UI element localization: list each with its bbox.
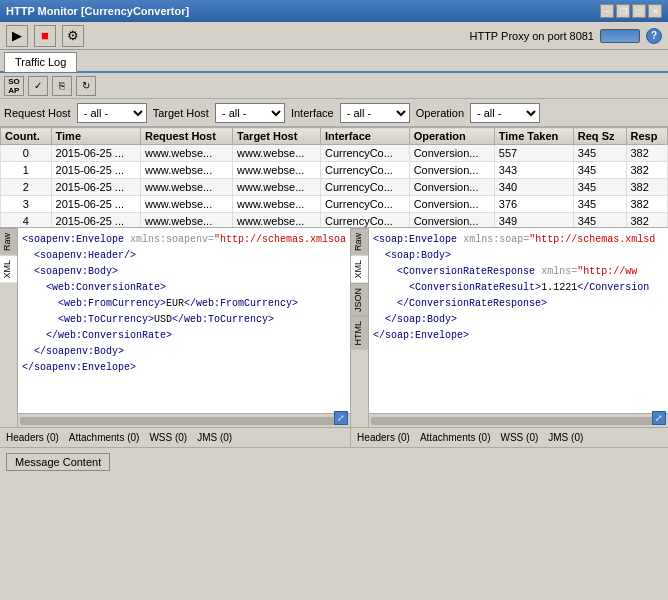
- table-row[interactable]: 32015-06-25 ...www.webse...www.webse...C…: [1, 196, 668, 213]
- soap-button[interactable]: SOAP: [4, 76, 24, 96]
- right-h-scrollbar[interactable]: [369, 413, 668, 427]
- bottom-footer: Message Content: [0, 447, 668, 475]
- right-tab-xml[interactable]: XML: [351, 255, 368, 283]
- proxy-toggle[interactable]: [600, 29, 640, 43]
- target-host-label: Target Host: [153, 107, 209, 119]
- table-cell: CurrencyCo...: [321, 162, 410, 179]
- table-body: 02015-06-25 ...www.webse...www.webse...C…: [1, 145, 668, 228]
- title-bar: HTTP Monitor [CurrencyConvertor] ─ ❐ □ ✕: [0, 0, 668, 22]
- left-tab-xml[interactable]: XML: [0, 255, 17, 283]
- table-cell: www.webse...: [233, 162, 321, 179]
- check-button[interactable]: ✓: [28, 76, 48, 96]
- table-cell: 3: [1, 196, 52, 213]
- right-headers-label[interactable]: Headers (0): [357, 432, 410, 443]
- table-cell: 345: [573, 162, 626, 179]
- col-interface: Interface: [321, 128, 410, 145]
- sub-toolbar: SOAP ✓ ⎘ ↻: [0, 73, 668, 99]
- table-cell: CurrencyCo...: [321, 145, 410, 162]
- restore-button[interactable]: ❐: [616, 4, 630, 18]
- interface-label: Interface: [291, 107, 334, 119]
- play-button[interactable]: ▶: [6, 25, 28, 47]
- col-req-sz: Req Sz: [573, 128, 626, 145]
- tab-bar: Traffic Log: [0, 50, 668, 73]
- right-jms-label[interactable]: JMS (0): [548, 432, 583, 443]
- table-cell: www.webse...: [140, 145, 232, 162]
- request-host-select[interactable]: - all -: [77, 103, 147, 123]
- table-cell: 382: [626, 162, 668, 179]
- left-jms-label[interactable]: JMS (0): [197, 432, 232, 443]
- col-tgt-host: Target Host: [233, 128, 321, 145]
- col-req-host: Request Host: [140, 128, 232, 145]
- right-panel: Raw XML JSON HTML <soap:Envelope xmlns:s…: [351, 228, 668, 447]
- table-row[interactable]: 22015-06-25 ...www.webse...www.webse...C…: [1, 179, 668, 196]
- maximize-button[interactable]: □: [632, 4, 646, 18]
- left-zoom-button[interactable]: ⤢: [334, 411, 348, 425]
- table-cell: 382: [626, 196, 668, 213]
- left-wss-label[interactable]: WSS (0): [149, 432, 187, 443]
- proxy-label: HTTP Proxy on port 8081: [469, 30, 594, 42]
- refresh-button[interactable]: ↻: [76, 76, 96, 96]
- right-zoom-button[interactable]: ⤢: [652, 411, 666, 425]
- table-cell: www.webse...: [233, 179, 321, 196]
- toolbar-left: ▶ ■ ⚙: [6, 25, 84, 47]
- table-cell: Conversion...: [409, 162, 494, 179]
- table-cell: 2015-06-25 ...: [51, 196, 140, 213]
- traffic-table[interactable]: Count. Time Request Host Target Host Int…: [0, 127, 668, 227]
- data-table: Count. Time Request Host Target Host Int…: [0, 127, 668, 227]
- table-row[interactable]: 12015-06-25 ...www.webse...www.webse...C…: [1, 162, 668, 179]
- table-cell: Conversion...: [409, 145, 494, 162]
- table-cell: 2: [1, 179, 52, 196]
- table-cell: CurrencyCo...: [321, 196, 410, 213]
- top-toolbar: ▶ ■ ⚙ HTTP Proxy on port 8081 ?: [0, 22, 668, 50]
- table-header-row: Count. Time Request Host Target Host Int…: [1, 128, 668, 145]
- table-cell: www.webse...: [233, 213, 321, 228]
- right-attachments-label[interactable]: Attachments (0): [420, 432, 491, 443]
- table-cell: 4: [1, 213, 52, 228]
- target-host-select[interactable]: - all -: [215, 103, 285, 123]
- bottom-panels: Raw XML <soapenv:Envelope xmlns:soapenv=…: [0, 227, 668, 447]
- operation-select[interactable]: - all -: [470, 103, 540, 123]
- settings-button[interactable]: ⚙: [62, 25, 84, 47]
- table-cell: 2015-06-25 ...: [51, 145, 140, 162]
- left-side-tabs: Raw XML: [0, 228, 18, 427]
- table-cell: www.webse...: [233, 196, 321, 213]
- right-tab-json[interactable]: JSON: [351, 283, 368, 316]
- left-attachments-label[interactable]: Attachments (0): [69, 432, 140, 443]
- table-cell: 557: [494, 145, 573, 162]
- table-cell: www.webse...: [140, 213, 232, 228]
- table-cell: 382: [626, 179, 668, 196]
- copy-button[interactable]: ⎘: [52, 76, 72, 96]
- table-cell: 345: [573, 213, 626, 228]
- table-cell: www.webse...: [140, 179, 232, 196]
- stop-button[interactable]: ■: [34, 25, 56, 47]
- table-cell: CurrencyCo...: [321, 213, 410, 228]
- interface-select[interactable]: - all -: [340, 103, 410, 123]
- right-panel-inner: <soap:Envelope xmlns:soap="http://schema…: [369, 228, 668, 427]
- right-tab-raw[interactable]: Raw: [351, 228, 368, 255]
- left-panel-layout: Raw XML <soapenv:Envelope xmlns:soapenv=…: [0, 228, 350, 427]
- left-headers-label[interactable]: Headers (0): [6, 432, 59, 443]
- table-row[interactable]: 02015-06-25 ...www.webse...www.webse...C…: [1, 145, 668, 162]
- left-h-scrollbar[interactable]: [18, 413, 350, 427]
- tab-traffic-log[interactable]: Traffic Log: [4, 52, 77, 72]
- table-cell: www.webse...: [233, 145, 321, 162]
- table-cell: 2015-06-25 ...: [51, 213, 140, 228]
- right-side-tabs: Raw XML JSON HTML: [351, 228, 369, 427]
- col-count: Count.: [1, 128, 52, 145]
- left-panel-content: <soapenv:Envelope xmlns:soapenv="http://…: [18, 228, 350, 413]
- message-content-button[interactable]: Message Content: [6, 453, 110, 471]
- table-cell: 343: [494, 162, 573, 179]
- left-tab-raw[interactable]: Raw: [0, 228, 17, 255]
- close-button[interactable]: ✕: [648, 4, 662, 18]
- help-button[interactable]: ?: [646, 28, 662, 44]
- right-tab-html[interactable]: HTML: [351, 316, 368, 350]
- table-cell: 345: [573, 196, 626, 213]
- col-operation: Operation: [409, 128, 494, 145]
- minimize-button[interactable]: ─: [600, 4, 614, 18]
- table-cell: Conversion...: [409, 213, 494, 228]
- table-cell: www.webse...: [140, 196, 232, 213]
- right-wss-label[interactable]: WSS (0): [501, 432, 539, 443]
- table-cell: CurrencyCo...: [321, 179, 410, 196]
- col-resp: Resp: [626, 128, 668, 145]
- table-row[interactable]: 42015-06-25 ...www.webse...www.webse...C…: [1, 213, 668, 228]
